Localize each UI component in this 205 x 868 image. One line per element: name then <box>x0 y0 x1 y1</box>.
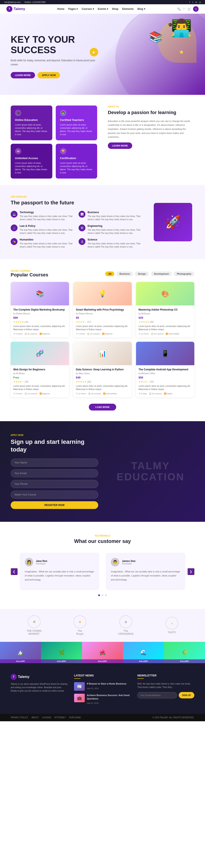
tab-development[interactable]: Development <box>151 272 172 276</box>
footer-link-attorney[interactable]: ATTORNEY <box>55 716 66 719</box>
gallery-item-4[interactable]: 🌾 GALLERY <box>164 642 205 663</box>
gallery-overlay-3: GALLERY <box>123 659 164 663</box>
technology-icon: 💻 <box>11 211 18 218</box>
partner-logo-0: 🌿 THE FARMSMARKET <box>27 615 41 636</box>
learn-more-button[interactable]: LEARN MORE <box>11 72 35 79</box>
testimonial-info-1: James Doe Purchaser <box>122 560 135 565</box>
services-left: Our Services The passport to the future … <box>11 196 143 248</box>
tab-photography[interactable]: Photography <box>174 272 194 276</box>
gallery-item-3[interactable]: 🌊 GALLERY <box>123 642 164 663</box>
facebook-icon[interactable]: f <box>190 1 190 3</box>
feature-card-1: 👨‍🏫 Certified Teachers Lorem ipsum dolor… <box>56 105 97 140</box>
footer-news-thumb-1: 💼 <box>74 694 85 702</box>
footer-news-item-1: 💼 Achieve Business Success: Ask Good Que… <box>74 694 131 704</box>
course-author-0: by Robert Morcos <box>13 312 66 315</box>
gallery-item-2[interactable]: 🌺 GALLERY <box>82 642 123 663</box>
signup-course-input[interactable] <box>11 491 98 499</box>
instagram-icon[interactable]: in <box>195 1 197 3</box>
course-stars-0: ★★★★★ (21) <box>13 320 66 323</box>
nav-actions: 🔍 ♡ 🛒 U <box>177 6 199 12</box>
signup-label: Apply Now <box>11 434 98 436</box>
signup-email-input[interactable] <box>11 469 98 477</box>
service-item-law: ⚖️ Law & Policy The way they make shows … <box>11 224 75 235</box>
signup-phone-input[interactable] <box>11 480 98 488</box>
signup-left: Apply Now Sign up and start learning tod… <box>11 434 98 509</box>
footer-news-date-0: May 22, 2019 <box>87 687 99 689</box>
partner-logo-3: ⭐ TASTY <box>166 617 178 634</box>
load-more-button[interactable]: LOAD MORE <box>89 404 116 410</box>
signup-heading: Sign up and start learning today <box>11 438 98 454</box>
tab-all[interactable]: All <box>105 272 114 276</box>
avatar[interactable]: U <box>193 6 199 12</box>
testimonial-dot-0[interactable] <box>98 594 100 596</box>
course-author-2: by All Brana <box>139 312 192 315</box>
course-lessons-5: 📋 28 Lessons <box>149 393 162 395</box>
tab-design[interactable]: Design <box>135 272 149 276</box>
course-body-3: Web Design for Beginners by All Brana Fr… <box>11 365 69 397</box>
course-stars-3: ★★★★☆ (18) <box>13 380 66 383</box>
testimonial-card-1: 👨 James Doe Purchaser Imagination.. What… <box>106 553 185 590</box>
footer-link-purchase[interactable]: PURCHASE <box>69 716 81 719</box>
footer-logo: T Talemy <box>11 674 68 680</box>
course-lessons-3: 📋 24 Lessons <box>25 393 37 395</box>
hero-section: KEY TO YOUR SUCCESS Build skills for tod… <box>0 14 205 95</box>
footer-link-about[interactable]: ABOUT <box>31 716 39 719</box>
partner-circle-3: ⭐ <box>166 617 178 630</box>
newsletter-submit-button[interactable]: SIGN UP <box>179 692 194 699</box>
course-body-0: The Complete Digital Marketing Bootcamp … <box>11 305 69 337</box>
service-title-business: Business <box>88 211 143 214</box>
signup-name-input[interactable] <box>11 459 98 467</box>
nav-elements[interactable]: Elements <box>122 7 133 10</box>
feature-card-0: 🎓 Online Education Lorem ipsum dolor sit… <box>11 105 52 140</box>
nav-home[interactable]: Home <box>57 7 64 10</box>
testimonial-prev-button[interactable]: ❮ <box>11 568 18 575</box>
course-level-2: 📶 Intermediate <box>166 333 179 335</box>
signup-right: TALMY EDUCATION <box>107 460 194 483</box>
nav-links: Home Pages ▾ Courses ▾ Events ▾ Shop Ele… <box>57 7 145 10</box>
testimonial-dot-1[interactable] <box>102 594 103 596</box>
feature-desc-2: Lorem ipsum dolor sit amet, consectetur … <box>15 161 48 174</box>
footer-news-title-0: 9 Reason to Start a Home Business <box>87 682 127 685</box>
course-card-2: 🎨 Mastering Adobe Photoshop CC by All Br… <box>136 282 194 337</box>
nav-shop[interactable]: Shop <box>112 7 118 10</box>
apply-now-button[interactable]: APPLY NOW <box>38 72 60 79</box>
pinterest-icon[interactable]: p <box>200 1 201 3</box>
course-hours-5: ⏱ 8 Days <box>139 393 147 395</box>
feature-cards: 🎓 Online Education Lorem ipsum dolor sit… <box>11 105 97 179</box>
nav-logo[interactable]: T Talemy <box>6 6 25 12</box>
tab-business[interactable]: Business <box>116 272 133 276</box>
nav-events[interactable]: Events ▾ <box>98 7 108 10</box>
gallery-item-0[interactable]: 🏔️ GALLERY <box>0 642 41 663</box>
footer-brand-text: Talemy is our demo education WordPress t… <box>11 682 68 693</box>
footer-link-license[interactable]: LICENSE <box>42 716 51 719</box>
course-image-4: 📊 <box>73 342 132 365</box>
feature-title-3: Certification <box>60 157 93 160</box>
about-label: About Us <box>108 105 194 108</box>
testimonial-next-button[interactable]: ❯ <box>187 568 194 575</box>
footer-link-privacy[interactable]: PRIVACY POLICY <box>11 716 28 719</box>
testimonial-dot-2[interactable] <box>105 594 107 596</box>
course-lessons-0: 📋 20 Lessons <box>25 333 37 335</box>
play-button[interactable]: ▶ <box>90 48 98 56</box>
service-desc-technology: The way they make shows is they make one… <box>20 215 75 221</box>
course-stars-1: ★★★★☆ (17) <box>76 320 129 323</box>
service-item-text-engineering: Engineering The way they make shows is t… <box>88 224 143 235</box>
course-level-4: 📶 Intermediate <box>103 393 117 395</box>
wishlist-icon[interactable]: ♡ <box>183 7 185 11</box>
course-author-4: by Mary Jones <box>76 372 129 375</box>
gallery-item-1[interactable]: 🌿 GALLERY <box>41 642 82 663</box>
signup-submit-button[interactable]: REGISTER NOW <box>11 501 98 509</box>
feature-desc-1: Lorem ipsum dolor sit amet, consectetur … <box>60 123 93 136</box>
twitter-icon[interactable]: t <box>193 1 193 3</box>
course-body-2: Mastering Adobe Photoshop CC by All Bran… <box>136 305 194 337</box>
nav-pages[interactable]: Pages ▾ <box>68 7 78 10</box>
footer-news-date-1: May 22, 2019 <box>87 702 99 704</box>
search-icon[interactable]: 🔍 <box>177 7 181 11</box>
newsletter-email-input[interactable] <box>137 692 177 699</box>
service-item-humanities: 🎭 Humanities The way they make shows is … <box>11 238 75 248</box>
nav-courses[interactable]: Courses ▾ <box>81 7 94 10</box>
nav-blog[interactable]: Blog ▾ <box>138 7 145 10</box>
service-desc-business: The way they make shows is they make one… <box>88 215 143 221</box>
about-learn-more-button[interactable]: LEARN MORE <box>108 143 132 149</box>
cart-icon[interactable]: 🛒 <box>187 7 191 11</box>
